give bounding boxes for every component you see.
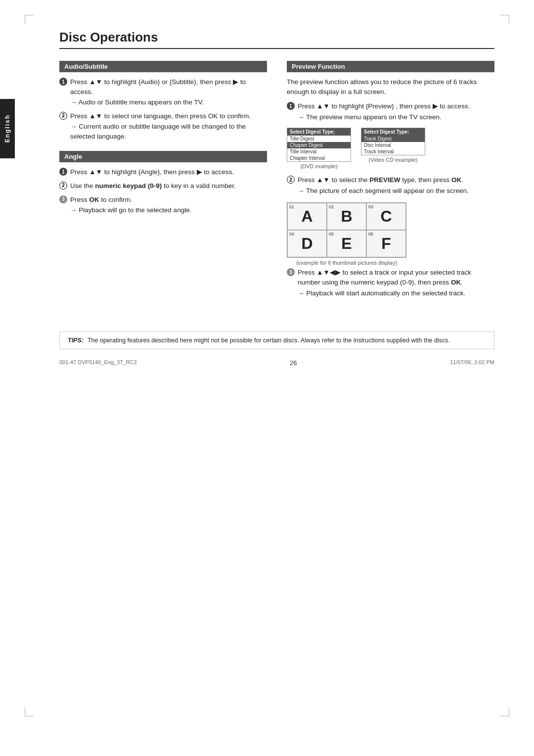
angle-item-3-text: Press OK to confirm. Playback will go to…	[70, 195, 267, 215]
vcd-digest-title: Select Digest Type:	[361, 128, 425, 136]
track-num-03: 03	[368, 204, 373, 209]
thumb-cell-05: 05 E	[327, 230, 366, 257]
preview-item-2-text: Press ▲▼ to select the PREVIEW type, the…	[298, 175, 494, 195]
dvd-row-2: Chapter Digest	[287, 142, 351, 148]
track-num-06: 06	[368, 232, 373, 236]
audio-subtitle-header: Audio/Subtitle	[59, 61, 267, 72]
thumb-cell-01: 01 A	[287, 203, 327, 230]
track-letter-04: D	[301, 235, 312, 253]
footer-center: 26	[290, 359, 297, 367]
dvd-digest-diagram: Select Digest Type: Title Digest Chapter…	[287, 128, 351, 169]
track-num-04: 04	[289, 232, 294, 236]
angle-header: Angle	[59, 151, 267, 162]
track-letter-02: B	[341, 207, 352, 226]
dvd-row-3: Title Interval	[287, 148, 351, 155]
track-num-02: 02	[329, 204, 334, 209]
thumb-grid-caption: (example for 6 thumbnail pictures displa…	[287, 260, 406, 266]
footer-right: 11/07/06, 2:02 PM	[450, 359, 494, 367]
vcd-digest-box: Select Digest Type: Track Digest Disc In…	[361, 128, 425, 155]
audio-item-1-num: 1	[59, 78, 67, 86]
thumb-grid: 01 A 02 B 03 C 04 D	[287, 202, 406, 258]
angle-item-2: 2 Use the numeric keypad (0-9) to key in…	[59, 181, 267, 191]
audio-item-2: 2 Press ▲▼ to select one language, then …	[59, 111, 267, 142]
vcd-example-label: (Video CD example)	[361, 157, 425, 163]
thumb-cell-06: 06 F	[366, 230, 406, 257]
track-letter-06: F	[381, 235, 391, 253]
preview-item-3: 3 Press ▲▼◀▶ to select a track or input …	[287, 268, 494, 298]
page-title: Disc Operations	[59, 30, 494, 49]
preview-item-1-text: Press ▲▼ to highlight {Preview} , then p…	[298, 101, 494, 122]
tips-section: TIPS: The operating features described h…	[59, 331, 494, 349]
footer-left: 001-47 DVP5140_Eng_37_RC2	[59, 359, 137, 367]
angle-item-3: 3 Press OK to confirm. Playback will go …	[59, 195, 267, 215]
preview-item-3-text: Press ▲▼◀▶ to select a track or input yo…	[298, 268, 494, 298]
tips-label: TIPS:	[68, 337, 84, 344]
dvd-digest-title: Select Digest Type:	[287, 128, 351, 136]
preview-diagrams: Select Digest Type: Title Digest Chapter…	[287, 128, 494, 169]
preview-item-1: 1 Press ▲▼ to highlight {Preview} , then…	[287, 101, 494, 122]
track-letter-05: E	[341, 235, 352, 253]
preview-item-2-num: 2	[287, 176, 295, 184]
thumb-cell-03: 03 C	[366, 203, 406, 230]
angle-item-1-text: Press ▲▼ to highlight {Angle}, then pres…	[70, 167, 267, 177]
vcd-row-2: Disc Interval	[361, 142, 425, 148]
tips-text: The operating features described here mi…	[88, 337, 450, 344]
track-letter-01: A	[301, 207, 312, 226]
audio-item-1-text: Press ▲▼ to highlight {Audio} or {Subtit…	[70, 77, 267, 107]
audio-item-2-text: Press ▲▼ to select one language, then pr…	[70, 111, 267, 142]
angle-item-1: 1 Press ▲▼ to highlight {Angle}, then pr…	[59, 167, 267, 177]
track-letter-03: C	[380, 207, 392, 226]
thumb-cell-02: 02 B	[327, 203, 366, 230]
footer: 001-47 DVP5140_Eng_37_RC2 26 11/07/06, 2…	[59, 359, 494, 367]
vcd-row-1: Track Digest	[361, 136, 425, 142]
angle-item-1-num: 1	[59, 168, 67, 176]
angle-item-3-num: 3	[59, 195, 67, 203]
track-num-01: 01	[289, 204, 294, 209]
dvd-example-label: (DVD example)	[287, 163, 351, 169]
track-num-05: 05	[329, 232, 334, 236]
angle-item-2-text: Use the numeric keypad (0-9) to key in a…	[70, 181, 267, 191]
preview-item-3-num: 3	[287, 268, 295, 276]
vcd-row-3: Track Interval	[361, 148, 425, 155]
audio-item-2-num: 2	[59, 112, 67, 120]
right-column: Preview Function The preview function al…	[287, 61, 494, 302]
vcd-digest-diagram: Select Digest Type: Track Digest Disc In…	[361, 128, 425, 163]
left-column: Audio/Subtitle 1 Press ▲▼ to highlight {…	[59, 61, 267, 302]
dvd-row-4: Chapter Interval	[287, 155, 351, 161]
angle-item-2-num: 2	[59, 182, 67, 189]
preview-item-1-num: 1	[287, 102, 295, 110]
preview-item-2: 2 Press ▲▼ to select the PREVIEW type, t…	[287, 175, 494, 195]
dvd-row-1: Title Digest	[287, 136, 351, 142]
dvd-digest-box: Select Digest Type: Title Digest Chapter…	[287, 128, 351, 162]
thumb-cell-04: 04 D	[287, 230, 327, 257]
audio-item-1: 1 Press ▲▼ to highlight {Audio} or {Subt…	[59, 77, 267, 107]
preview-header: Preview Function	[287, 61, 494, 72]
preview-intro: The preview function allows you to reduc…	[287, 77, 494, 96]
thumb-grid-wrapper: 01 A 02 B 03 C 04 D	[287, 202, 494, 266]
